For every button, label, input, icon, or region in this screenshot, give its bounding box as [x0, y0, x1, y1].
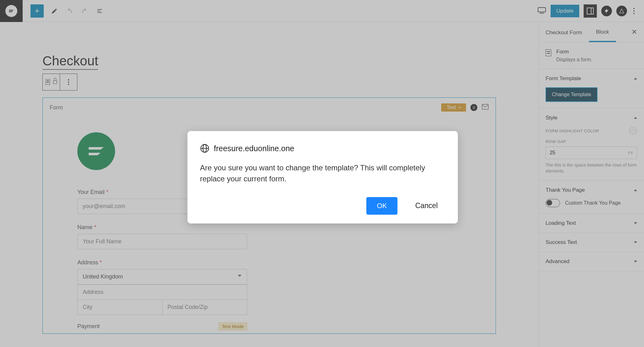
dialog-ok-button[interactable]: OK: [366, 197, 398, 215]
dialog-domain: freesure.eduonline.one: [214, 144, 294, 153]
globe-icon: [200, 144, 209, 153]
dialog-message: Are you sure you want to change the temp…: [200, 162, 445, 185]
confirm-dialog: freesure.eduonline.one Are you sure you …: [187, 131, 458, 223]
dialog-cancel-button[interactable]: Cancel: [415, 201, 438, 210]
